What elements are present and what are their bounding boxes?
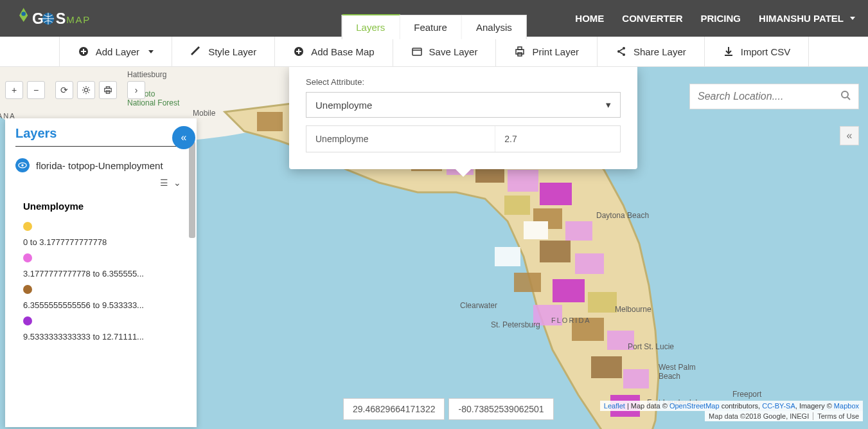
legend-title: Unemployme — [5, 192, 197, 217]
svg-text:S: S — [56, 10, 66, 27]
add-layer-button[interactable]: Add Layer — [59, 37, 172, 66]
caret-down-icon: ▾ — [606, 99, 611, 111]
legend-swatch — [23, 316, 32, 325]
collapse-left-panel-button[interactable] — [172, 126, 195, 149]
layer-actions: ☰ ⌄ — [5, 176, 197, 192]
google-attribution: Map data ©2018 Google, INEGI Terms of Us… — [705, 411, 863, 421]
svg-rect-9 — [518, 47, 522, 50]
terms-link[interactable]: Terms of Use — [813, 412, 859, 420]
style-layer-label: Style Layer — [208, 46, 256, 57]
layer-name: florida- totpop-Unemployment — [36, 160, 163, 171]
zoom-out-button[interactable]: − — [27, 81, 45, 99]
center-tabs: Layers Feature Analysis — [341, 15, 527, 39]
label-westpalm: West Palm Beach — [659, 363, 696, 381]
map-canvas[interactable]: Hattiesburg De Soto National Forest Mobi… — [0, 67, 868, 429]
label-stlucie: Port St. Lucie — [628, 342, 674, 351]
mapbox-link[interactable]: Mapbox — [834, 402, 859, 410]
svg-rect-45 — [105, 88, 112, 91]
label-stpete: St. Petersburg — [491, 320, 540, 329]
panel-title: Layers — [5, 118, 197, 146]
legend-toggle-icon[interactable]: ☰ — [160, 178, 168, 188]
brush-icon — [190, 46, 202, 57]
latitude-box: 29.46829664171322 — [343, 398, 445, 420]
search-input[interactable] — [698, 91, 840, 102]
svg-rect-41 — [495, 247, 520, 266]
svg-rect-30 — [565, 221, 592, 241]
top-nav: GSMAP Layers Feature Analysis HOME CONVE… — [0, 0, 868, 37]
longitude-box: -80.73852539062501 — [448, 398, 553, 420]
refresh-button[interactable]: ⟳ — [55, 81, 73, 99]
legend-swatch — [23, 285, 32, 294]
leaflet-link[interactable]: Leaflet — [604, 402, 625, 410]
svg-rect-46 — [106, 87, 109, 89]
expand-right-panel-button[interactable] — [840, 126, 859, 145]
label-daytona: Daytona Beach — [596, 211, 649, 220]
print-button[interactable] — [99, 81, 117, 99]
more-button[interactable]: › — [127, 81, 145, 99]
share-icon — [616, 46, 627, 57]
scrollbar-thumb[interactable] — [189, 141, 195, 238]
print-layer-button[interactable]: Print Layer — [496, 37, 598, 66]
label-hattiesburg: Hattiesburg — [127, 70, 166, 79]
legend-label: 6.3555555555556 to 9.533333... — [23, 300, 179, 310]
popup-key: Unemployme — [306, 126, 495, 152]
share-layer-button[interactable]: Share Layer — [598, 37, 705, 66]
expand-icon[interactable]: ⌄ — [173, 178, 181, 188]
svg-rect-8 — [516, 50, 524, 54]
plus-circle-icon — [293, 46, 305, 57]
svg-point-44 — [84, 88, 87, 91]
attrib-text: , Imagery © — [795, 402, 834, 410]
nav-pricing[interactable]: PRICING — [701, 13, 741, 24]
print-icon — [514, 46, 526, 57]
layers-panel: Layers florida- totpop-Unemployment ☰ ⌄ … — [5, 118, 197, 427]
svg-text:G: G — [32, 10, 44, 27]
tab-analysis[interactable]: Analysis — [462, 15, 526, 39]
import-csv-button[interactable]: Import CSV — [705, 37, 810, 66]
svg-rect-40 — [524, 221, 548, 239]
import-csv-label: Import CSV — [741, 46, 791, 57]
add-base-map-label: Add Base Map — [311, 46, 374, 57]
legend-label: 0 to 3.1777777777778 — [23, 237, 179, 247]
download-icon — [723, 46, 734, 57]
legend-item: 6.3555555555556 to 9.533333... — [23, 280, 179, 311]
user-name: HIMANSHU PATEL — [759, 13, 844, 24]
settings-button[interactable] — [77, 81, 95, 99]
svg-rect-32 — [575, 253, 604, 274]
caret-down-icon — [850, 17, 855, 20]
legend-item: 0 to 3.1777777777778 — [23, 217, 179, 248]
tab-feature[interactable]: Feature — [400, 15, 462, 39]
logo[interactable]: GSMAP — [13, 6, 109, 32]
search-box — [689, 84, 859, 109]
label-clearwater: Clearwater — [460, 301, 497, 310]
search-icon[interactable] — [840, 90, 851, 103]
nav-converter[interactable]: CONVERTER — [622, 13, 682, 24]
cc-link[interactable]: CC-BY-SA — [762, 402, 795, 410]
svg-rect-28 — [504, 196, 530, 215]
attribute-select[interactable]: Unemployme ▾ — [306, 92, 621, 118]
nav-home[interactable]: HOME — [575, 13, 604, 24]
label-freeport: Freeport — [732, 390, 761, 399]
legend-item: 9.5333333333333 to 12.71111... — [23, 311, 179, 343]
svg-rect-7 — [412, 48, 421, 55]
label-melbourne: Melbourne — [615, 305, 651, 314]
attrib-text: contributors, — [720, 402, 763, 410]
toolbar: Add Layer Style Layer Add Base Map Save … — [0, 37, 868, 67]
add-base-map-button[interactable]: Add Base Map — [275, 37, 393, 66]
legend-swatch — [23, 253, 32, 262]
style-layer-button[interactable]: Style Layer — [172, 37, 275, 66]
tab-layers[interactable]: Layers — [342, 14, 400, 39]
visibility-toggle-icon[interactable] — [15, 158, 30, 172]
legend-body: 0 to 3.1777777777778 3.1777777777778 to … — [5, 217, 197, 423]
save-layer-button[interactable]: Save Layer — [393, 37, 497, 66]
svg-rect-38 — [623, 369, 649, 388]
share-layer-label: Share Layer — [633, 46, 686, 57]
user-menu[interactable]: HIMANSHU PATEL — [759, 13, 855, 24]
legend-item: 3.1777777777778 to 6.355555... — [23, 248, 179, 280]
select-value: Unemployme — [315, 100, 372, 111]
layer-row[interactable]: florida- totpop-Unemployment — [5, 154, 197, 176]
zoom-in-button[interactable]: + — [5, 81, 23, 99]
popup-value: 2.7 — [495, 126, 620, 152]
svg-rect-42 — [514, 273, 541, 292]
osm-link[interactable]: OpenStreetMap — [669, 402, 720, 410]
legend-label: 9.5333333333333 to 12.71111... — [23, 332, 179, 342]
